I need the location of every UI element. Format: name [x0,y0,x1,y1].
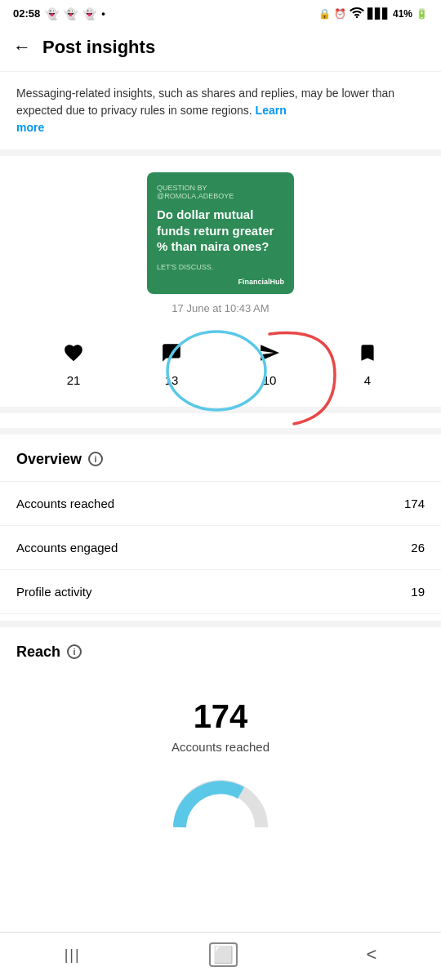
overview-info-icon[interactable]: i [88,452,103,466]
nav-menu-button[interactable]: ||| [65,947,81,964]
heart-icon [63,342,84,368]
overview-section: Overview i Accounts reached 174 Accounts… [0,434,441,614]
nav-home-button[interactable]: ⬜ [209,942,238,967]
overview-header: Overview i [0,434,441,481]
overview-accounts-engaged[interactable]: Accounts engaged 26 [0,526,441,570]
status-left: 02:58 👻 👻 👻 • [13,7,105,20]
stat-likes: 21 [63,342,84,387]
header: ← Post insights [0,27,441,72]
overview-list: Accounts reached 174 Accounts engaged 26… [0,481,441,614]
stat-comments-value: 13 [165,373,179,387]
info-banner: Messaging-related insights, such as shar… [0,72,441,156]
reach-donut-chart [172,778,270,835]
divider-2 [0,621,441,627]
post-card: QUESTION BY @ROMOLA.ADEBOYE Do dollar mu… [147,172,294,294]
back-button[interactable]: ← [13,37,31,58]
overview-profile-activity-label: Profile activity [16,585,92,599]
page-title: Post insights [42,37,155,58]
status-bar: 02:58 👻 👻 👻 • 🔒 ⏰ ▋▋▋ 41% 🔋 [0,0,441,27]
reach-section: Reach i 174 Accounts reached [0,627,441,860]
bookmark-icon [357,342,378,368]
overview-title: Overview [16,451,82,468]
stats-row: 21 13 10 4 [0,326,441,413]
reach-title: Reach [16,644,60,661]
wifi-icon [350,7,364,20]
bottom-nav: ||| ⬜ < [0,932,441,980]
overview-profile-activity-value: 19 [411,585,425,599]
nav-back-button[interactable]: < [366,944,376,965]
battery-icon: 🔋 [416,8,428,20]
snapchat-icon-1: 👻 [45,7,59,20]
reach-header: Reach i [0,627,441,674]
post-timestamp: 17 June at 10:43 AM [172,302,269,314]
chart-area [0,762,441,844]
divider-1 [0,428,441,434]
post-card-cta: LET'S DISCUSS. [157,263,284,271]
dot-indicator: • [101,7,105,20]
signal-icon: ▋▋▋ [368,8,390,20]
stats-container: 21 13 10 4 [0,326,441,421]
reach-number-block: 174 Accounts reached [0,674,441,762]
bottom-spacer [0,860,441,917]
post-card-text: Do dollar mutual funds return greater % … [157,207,284,255]
reach-label: Accounts reached [172,740,270,754]
overview-accounts-reached[interactable]: Accounts reached 174 [0,482,441,526]
comment-icon [161,342,182,368]
stat-saves-value: 4 [364,373,371,387]
stat-shares-value: 10 [263,373,277,387]
post-card-logo: FinancialHub [157,278,284,286]
post-card-logo-text: FinancialHub [238,278,284,286]
overview-accounts-reached-label: Accounts reached [16,497,114,510]
lock-icon: 🔒 [318,8,331,20]
alarm-icon: ⏰ [334,8,346,20]
reach-big-number: 174 [194,698,248,735]
status-right: 🔒 ⏰ ▋▋▋ 41% 🔋 [318,7,428,20]
overview-accounts-reached-value: 174 [404,497,425,510]
overview-profile-activity[interactable]: Profile activity 19 [0,570,441,614]
stat-comments: 13 [161,342,182,387]
post-preview-section: QUESTION BY @ROMOLA.ADEBOYE Do dollar mu… [0,156,441,326]
snapchat-icon-3: 👻 [82,7,96,20]
reach-info-icon[interactable]: i [67,644,82,659]
post-card-question-by: QUESTION BY @ROMOLA.ADEBOYE [157,184,284,200]
overview-accounts-engaged-value: 26 [411,541,425,555]
stat-likes-value: 21 [67,373,81,387]
stat-saves: 4 [357,342,378,387]
stat-shares: 10 [259,342,280,387]
battery: 41% [393,8,412,20]
snapchat-icon-2: 👻 [64,7,78,20]
svg-point-0 [356,16,358,18]
time: 02:58 [13,7,40,20]
overview-accounts-engaged-label: Accounts engaged [16,541,118,555]
send-icon [259,342,280,368]
info-text: Messaging-related insights, such as shar… [16,87,394,117]
